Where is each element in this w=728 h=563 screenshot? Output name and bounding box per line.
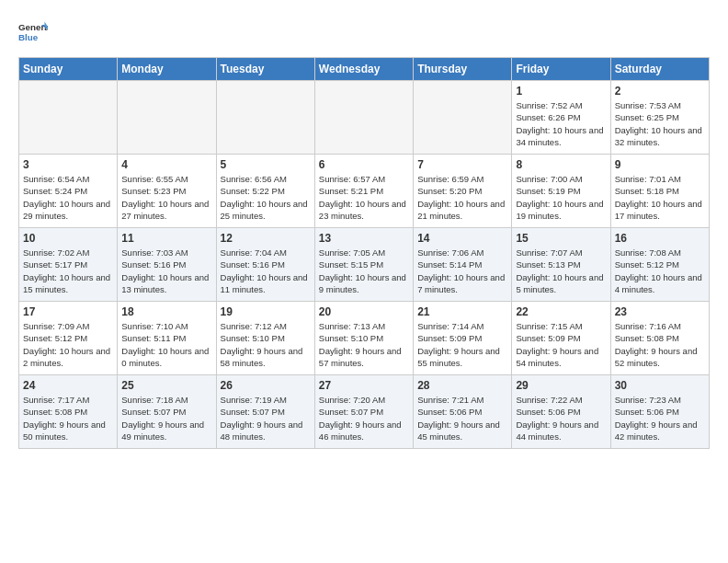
logo-icon: General Blue: [18, 18, 48, 48]
day-info: Sunrise: 7:04 AM Sunset: 5:16 PM Dayligh…: [221, 247, 311, 295]
calendar-table: SundayMondayTuesdayWednesdayThursdayFrid…: [18, 57, 710, 449]
day-cell: 24Sunrise: 7:17 AM Sunset: 5:08 PM Dayli…: [19, 375, 118, 449]
day-info: Sunrise: 7:15 AM Sunset: 5:09 PM Dayligh…: [516, 320, 606, 369]
day-number: 9: [615, 158, 705, 171]
week-row-3: 10Sunrise: 7:02 AM Sunset: 5:17 PM Dayli…: [19, 228, 710, 302]
day-info: Sunrise: 7:14 AM Sunset: 5:09 PM Dayligh…: [417, 320, 507, 369]
day-cell: 25Sunrise: 7:18 AM Sunset: 5:07 PM Dayli…: [118, 375, 216, 449]
weekday-header-monday: Monday: [118, 58, 216, 81]
day-cell: 13Sunrise: 7:05 AM Sunset: 5:15 PM Dayli…: [314, 228, 413, 302]
day-info: Sunrise: 6:54 AM Sunset: 5:24 PM Dayligh…: [23, 173, 113, 222]
day-number: 15: [516, 232, 606, 245]
day-cell: 2Sunrise: 7:53 AM Sunset: 6:25 PM Daylig…: [610, 81, 709, 155]
weekday-header-friday: Friday: [512, 58, 610, 81]
day-info: Sunrise: 7:01 AM Sunset: 5:18 PM Dayligh…: [615, 173, 705, 222]
day-cell: 10Sunrise: 7:02 AM Sunset: 5:17 PM Dayli…: [19, 228, 118, 302]
day-info: Sunrise: 6:57 AM Sunset: 5:21 PM Dayligh…: [319, 173, 409, 222]
day-cell: 20Sunrise: 7:13 AM Sunset: 5:10 PM Dayli…: [314, 302, 413, 375]
day-number: 19: [221, 305, 311, 318]
day-number: 14: [417, 232, 507, 245]
day-cell: [118, 81, 216, 155]
page-header: General Blue: [18, 18, 710, 48]
day-cell: 16Sunrise: 7:08 AM Sunset: 5:12 PM Dayli…: [610, 228, 709, 302]
weekday-header-saturday: Saturday: [610, 58, 709, 81]
day-number: 4: [121, 158, 211, 171]
day-number: 6: [319, 158, 409, 171]
day-cell: 7Sunrise: 6:59 AM Sunset: 5:20 PM Daylig…: [414, 155, 512, 228]
day-info: Sunrise: 7:03 AM Sunset: 5:16 PM Dayligh…: [121, 247, 211, 295]
day-number: 21: [417, 305, 507, 318]
day-info: Sunrise: 7:53 AM Sunset: 6:25 PM Dayligh…: [615, 99, 705, 148]
day-number: 26: [221, 379, 311, 392]
day-cell: 21Sunrise: 7:14 AM Sunset: 5:09 PM Dayli…: [414, 302, 512, 375]
day-cell: 26Sunrise: 7:19 AM Sunset: 5:07 PM Dayli…: [216, 375, 314, 449]
day-number: 17: [23, 305, 113, 318]
day-number: 24: [23, 379, 113, 392]
day-info: Sunrise: 7:09 AM Sunset: 5:12 PM Dayligh…: [23, 320, 113, 369]
day-cell: 3Sunrise: 6:54 AM Sunset: 5:24 PM Daylig…: [19, 155, 118, 228]
day-number: 22: [516, 305, 606, 318]
day-info: Sunrise: 7:16 AM Sunset: 5:08 PM Dayligh…: [615, 320, 705, 369]
day-info: Sunrise: 7:18 AM Sunset: 5:07 PM Dayligh…: [121, 394, 211, 442]
day-info: Sunrise: 7:00 AM Sunset: 5:19 PM Dayligh…: [516, 173, 606, 222]
weekday-header-row: SundayMondayTuesdayWednesdayThursdayFrid…: [19, 58, 710, 81]
day-cell: [19, 81, 118, 155]
day-number: 20: [319, 305, 409, 318]
day-cell: 14Sunrise: 7:06 AM Sunset: 5:14 PM Dayli…: [414, 228, 512, 302]
day-info: Sunrise: 7:13 AM Sunset: 5:10 PM Dayligh…: [319, 320, 409, 369]
weekday-header-tuesday: Tuesday: [216, 58, 314, 81]
day-info: Sunrise: 7:22 AM Sunset: 5:06 PM Dayligh…: [516, 394, 606, 442]
day-number: 27: [319, 379, 409, 392]
day-info: Sunrise: 7:07 AM Sunset: 5:13 PM Dayligh…: [516, 247, 606, 295]
day-cell: 12Sunrise: 7:04 AM Sunset: 5:16 PM Dayli…: [216, 228, 314, 302]
day-cell: [414, 81, 512, 155]
svg-text:Blue: Blue: [18, 32, 39, 42]
logo: General Blue: [18, 18, 48, 48]
day-number: 1: [516, 85, 606, 98]
day-cell: 19Sunrise: 7:12 AM Sunset: 5:10 PM Dayli…: [216, 302, 314, 375]
day-cell: 15Sunrise: 7:07 AM Sunset: 5:13 PM Dayli…: [512, 228, 610, 302]
day-number: 30: [615, 379, 705, 392]
day-cell: 8Sunrise: 7:00 AM Sunset: 5:19 PM Daylig…: [512, 155, 610, 228]
day-info: Sunrise: 7:17 AM Sunset: 5:08 PM Dayligh…: [23, 394, 113, 442]
day-info: Sunrise: 7:08 AM Sunset: 5:12 PM Dayligh…: [615, 247, 705, 295]
day-number: 18: [121, 305, 211, 318]
day-number: 13: [319, 232, 409, 245]
day-cell: 22Sunrise: 7:15 AM Sunset: 5:09 PM Dayli…: [512, 302, 610, 375]
svg-text:General: General: [18, 22, 48, 32]
day-number: 3: [23, 158, 113, 171]
day-info: Sunrise: 7:21 AM Sunset: 5:06 PM Dayligh…: [417, 394, 507, 442]
day-number: 28: [417, 379, 507, 392]
day-info: Sunrise: 7:20 AM Sunset: 5:07 PM Dayligh…: [319, 394, 409, 442]
day-cell: 9Sunrise: 7:01 AM Sunset: 5:18 PM Daylig…: [610, 155, 709, 228]
day-cell: 30Sunrise: 7:23 AM Sunset: 5:06 PM Dayli…: [610, 375, 709, 449]
day-number: 25: [121, 379, 211, 392]
day-info: Sunrise: 7:23 AM Sunset: 5:06 PM Dayligh…: [615, 394, 705, 442]
day-number: 5: [221, 158, 311, 171]
day-cell: [314, 81, 413, 155]
day-info: Sunrise: 7:12 AM Sunset: 5:10 PM Dayligh…: [221, 320, 311, 369]
day-cell: 27Sunrise: 7:20 AM Sunset: 5:07 PM Dayli…: [314, 375, 413, 449]
day-cell: 28Sunrise: 7:21 AM Sunset: 5:06 PM Dayli…: [414, 375, 512, 449]
day-cell: 23Sunrise: 7:16 AM Sunset: 5:08 PM Dayli…: [610, 302, 709, 375]
day-info: Sunrise: 7:52 AM Sunset: 6:26 PM Dayligh…: [516, 99, 606, 148]
day-cell: 11Sunrise: 7:03 AM Sunset: 5:16 PM Dayli…: [118, 228, 216, 302]
day-cell: 4Sunrise: 6:55 AM Sunset: 5:23 PM Daylig…: [118, 155, 216, 228]
day-cell: 17Sunrise: 7:09 AM Sunset: 5:12 PM Dayli…: [19, 302, 118, 375]
day-cell: 18Sunrise: 7:10 AM Sunset: 5:11 PM Dayli…: [118, 302, 216, 375]
day-number: 12: [221, 232, 311, 245]
week-row-2: 3Sunrise: 6:54 AM Sunset: 5:24 PM Daylig…: [19, 155, 710, 228]
day-info: Sunrise: 7:19 AM Sunset: 5:07 PM Dayligh…: [221, 394, 311, 442]
day-number: 2: [615, 85, 705, 98]
day-number: 10: [23, 232, 113, 245]
day-info: Sunrise: 7:05 AM Sunset: 5:15 PM Dayligh…: [319, 247, 409, 295]
day-number: 16: [615, 232, 705, 245]
weekday-header-sunday: Sunday: [19, 58, 118, 81]
day-number: 11: [121, 232, 211, 245]
weekday-header-thursday: Thursday: [414, 58, 512, 81]
day-number: 8: [516, 158, 606, 171]
week-row-1: 1Sunrise: 7:52 AM Sunset: 6:26 PM Daylig…: [19, 81, 710, 155]
weekday-header-wednesday: Wednesday: [314, 58, 413, 81]
day-cell: 6Sunrise: 6:57 AM Sunset: 5:21 PM Daylig…: [314, 155, 413, 228]
day-number: 7: [417, 158, 507, 171]
